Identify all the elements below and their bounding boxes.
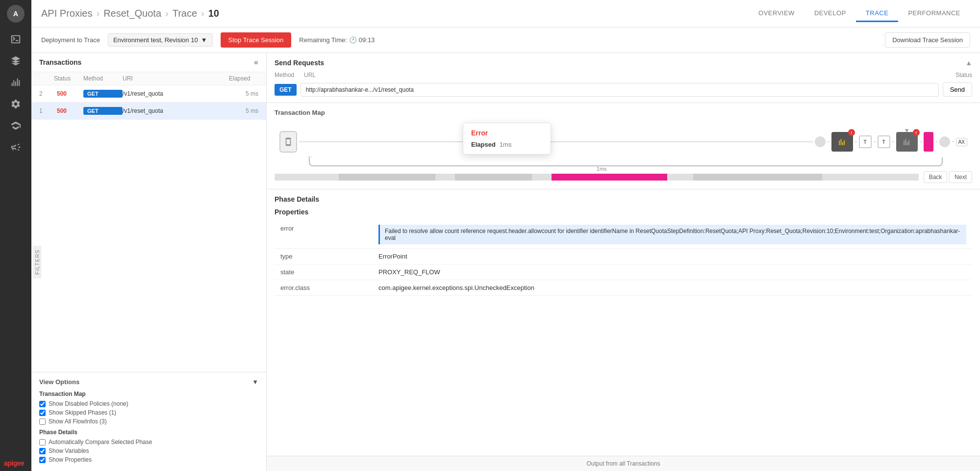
download-trace-button[interactable]: Download Trace Session <box>885 32 970 48</box>
breadcrumb-trace[interactable]: Trace <box>173 8 197 19</box>
body-area: Filters Transactions « Status Method URI… <box>31 53 980 471</box>
error-badge-2: ! <box>913 129 920 136</box>
timeline-segment-2 <box>455 174 532 181</box>
circle-node-1 <box>815 136 826 147</box>
prop-value-type: ErrorPoint <box>373 249 972 264</box>
sidebar-icon-learn[interactable] <box>7 117 25 134</box>
sidebar-icon-cube[interactable] <box>7 52 25 70</box>
stop-trace-button[interactable]: Stop Trace Session <box>221 32 292 48</box>
show-disabled-row: Show Disabled Policies (none) <box>39 400 258 407</box>
prop-key-state: state <box>275 264 373 280</box>
table-row[interactable]: 2 500 GET /v1/reset_quota 5 ms <box>31 85 266 103</box>
breadcrumb-reset-quota[interactable]: Reset_Quota <box>103 8 161 19</box>
table-row[interactable]: 1 500 GET /v1/reset_quota 5 ms <box>31 103 266 120</box>
timeline-segment-3 <box>693 174 822 181</box>
tab-overview[interactable]: OVERVIEW <box>749 5 804 22</box>
breadcrumb: API Proxies › Reset_Quota › Trace › 10 <box>41 8 219 19</box>
filters-tab[interactable]: Filters <box>33 245 42 278</box>
show-variables-checkbox[interactable] <box>39 448 46 454</box>
output-footer[interactable]: Output from all Transactions <box>267 456 980 471</box>
prop-value-state: PROXY_REQ_FLOW <box>373 264 972 280</box>
phase-details-section-title: Phase Details <box>39 429 258 436</box>
connector <box>828 141 829 142</box>
auto-compare-row: Automatically Compare Selected Phase <box>39 439 258 445</box>
ax-node[interactable]: AX <box>956 138 967 146</box>
connector <box>952 141 954 142</box>
auto-compare-checkbox[interactable] <box>39 439 46 445</box>
timeline-segment-1 <box>339 174 435 181</box>
tab-performance[interactable]: PERFORMANCE <box>898 5 970 22</box>
send-url-input[interactable] <box>301 83 939 97</box>
connector <box>935 141 937 142</box>
toolbar: Deployment to Trace Environment test, Re… <box>31 27 980 53</box>
send-requests-collapse[interactable]: ▲ <box>965 59 972 67</box>
properties-title: Properties <box>275 208 972 216</box>
t-node-2[interactable]: T <box>878 135 890 148</box>
sidebar-icon-announcements[interactable] <box>7 138 25 156</box>
t-node-1[interactable]: T <box>859 135 872 148</box>
top-bar: API Proxies › Reset_Quota › Trace › 10 O… <box>31 0 980 27</box>
method-label: Method <box>275 72 294 78</box>
show-skipped-row: Show Skipped Phases (1) <box>39 409 258 416</box>
collapse-button[interactable]: « <box>254 58 258 67</box>
show-flowinfos-label: Show All FlowInfos (3) <box>49 418 107 425</box>
phase-details-header: Phase Details <box>275 195 972 203</box>
auto-compare-label: Automatically Compare Selected Phase <box>49 439 152 445</box>
col-status: Status <box>54 75 83 82</box>
show-properties-checkbox[interactable] <box>39 457 46 463</box>
status-500: 500 <box>54 89 83 98</box>
back-button[interactable]: Back <box>924 171 948 183</box>
send-requests-header: Send Requests ▲ <box>275 59 972 67</box>
sidebar: A <box>0 0 31 471</box>
timeline-area: 1ms Back Next <box>275 171 972 183</box>
tab-develop[interactable]: DEVELOP <box>804 5 856 22</box>
properties-table: error Failed to resolve allow count refe… <box>275 221 972 296</box>
send-method-badge: GET <box>275 84 297 96</box>
next-button[interactable]: Next <box>949 171 972 183</box>
connector <box>855 141 857 142</box>
transaction-map-section-title: Transaction Map <box>39 391 258 397</box>
prop-value-error: Failed to resolve allow count reference … <box>373 221 972 249</box>
arrow-down: ▼ <box>904 127 910 134</box>
circle-node-2 <box>939 136 950 147</box>
timeline-bar[interactable] <box>275 174 919 181</box>
left-panel: Filters Transactions « Status Method URI… <box>31 53 267 471</box>
tooltip-elapsed-value: 1ms <box>500 141 512 148</box>
send-requests-section: Send Requests ▲ Method URL Status GET Se… <box>267 53 980 103</box>
flow-diagram: ! T T ! ▼ <box>275 121 972 167</box>
show-flowinfos-checkbox[interactable] <box>39 419 46 425</box>
sidebar-icon-terminal[interactable] <box>7 30 25 48</box>
timeline-bar-wrapper: 1ms <box>275 174 919 181</box>
right-panel: Send Requests ▲ Method URL Status GET Se… <box>267 53 980 471</box>
show-properties-row: Show Properties <box>39 456 258 463</box>
breadcrumb-current: 10 <box>208 8 219 19</box>
error-value-text: Failed to resolve allow count reference … <box>378 225 966 244</box>
breadcrumb-api-proxies[interactable]: API Proxies <box>41 8 92 19</box>
show-disabled-checkbox[interactable] <box>39 401 46 407</box>
phone-node <box>279 131 297 153</box>
send-button[interactable]: Send <box>943 82 972 97</box>
tab-trace[interactable]: TRACE <box>856 5 899 22</box>
table-header: Status Method URI Elapsed <box>31 72 266 85</box>
sidebar-icon-settings[interactable] <box>7 95 25 113</box>
prop-key-type: type <box>275 249 373 264</box>
timeline-nav: Back Next <box>924 171 972 183</box>
view-options: View Options ▼ Transaction Map Show Disa… <box>31 372 266 471</box>
deployment-select[interactable]: Environment test, Revision 10 ▼ <box>108 33 213 47</box>
quota-node-2[interactable]: ! ▼ <box>896 132 918 152</box>
view-options-header[interactable]: View Options ▼ <box>39 378 258 386</box>
tooltip-elapsed-label: Elapsed <box>471 141 496 148</box>
nav-tabs: OVERVIEW DEVELOP TRACE PERFORMANCE <box>749 5 970 22</box>
prop-key-error-class: error.class <box>275 280 373 296</box>
col-uri: URI <box>123 75 229 82</box>
col-method: Method <box>83 75 123 82</box>
pink-node[interactable] <box>924 132 933 152</box>
connector <box>920 141 922 142</box>
method-get: GET <box>83 90 123 98</box>
send-row: GET Send <box>275 82 972 97</box>
elapsed-text: 5 ms <box>229 107 258 114</box>
return-arrow-left: ← <box>307 153 314 160</box>
show-skipped-checkbox[interactable] <box>39 410 46 416</box>
user-avatar[interactable]: A <box>7 5 25 23</box>
sidebar-icon-chart[interactable] <box>7 74 25 91</box>
